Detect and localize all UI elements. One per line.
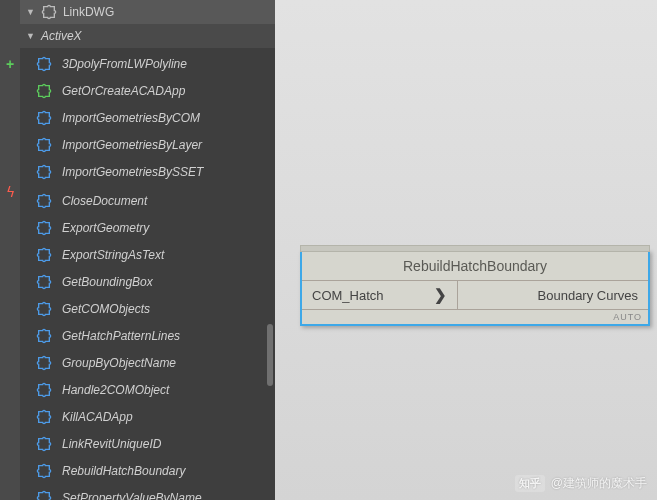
chevron-right-icon: ❯ <box>434 286 447 304</box>
puzzle-icon <box>36 83 52 99</box>
puzzle-icon <box>36 328 52 344</box>
component-item[interactable]: 3DpolyFromLWPolyline <box>20 50 275 77</box>
component-item[interactable]: ImportGeometriesByCOM <box>20 104 275 131</box>
component-label: GetBoundingBox <box>62 275 153 289</box>
puzzle-icon <box>36 409 52 425</box>
plus-icon: + <box>6 56 14 72</box>
component-label: SetPropertyValueByName <box>62 491 202 501</box>
component-sidebar: ▼ LinkDWG ▼ ActiveX 3DpolyFromLWPolyline… <box>20 0 275 500</box>
component-list-plus: 3DpolyFromLWPolylineGetOrCreateACADAppIm… <box>20 48 275 185</box>
puzzle-icon <box>36 301 52 317</box>
puzzle-icon <box>36 137 52 153</box>
input-label: COM_Hatch <box>312 288 384 303</box>
puzzle-icon <box>36 436 52 452</box>
component-item[interactable]: GetHatchPatternLines <box>20 322 275 349</box>
component-label: LinkRevitUniqueID <box>62 437 161 451</box>
sidebar-group-label: ActiveX <box>41 29 82 43</box>
chevron-down-icon: ▼ <box>26 31 35 41</box>
sidebar-group[interactable]: ▼ ActiveX <box>20 24 275 48</box>
puzzle-icon <box>36 274 52 290</box>
puzzle-icon <box>36 247 52 263</box>
sidebar-header[interactable]: ▼ LinkDWG <box>20 0 275 24</box>
gh-component-node[interactable]: RebuildHatchBoundary COM_Hatch ❯ Boundar… <box>300 250 650 326</box>
component-label: ImportGeometriesByCOM <box>62 111 200 125</box>
component-item[interactable]: RebuildHatchBoundary <box>20 457 275 484</box>
component-item[interactable]: GetCOMObjects <box>20 295 275 322</box>
component-item[interactable]: GetBoundingBox <box>20 268 275 295</box>
component-label: KillACADApp <box>62 410 133 424</box>
component-label: ImportGeometriesByLayer <box>62 138 202 152</box>
puzzle-icon <box>36 193 52 209</box>
watermark: 知乎 @建筑师的魔术手 <box>515 475 647 492</box>
puzzle-icon <box>36 110 52 126</box>
node-body: COM_Hatch ❯ Boundary Curves <box>302 281 648 309</box>
lightning-icon: ϟ <box>6 184 15 200</box>
component-item[interactable]: GroupByObjectName <box>20 349 275 376</box>
app-root: + ϟ ▼ LinkDWG ▼ ActiveX 3DpolyFromLWPoly… <box>0 0 657 500</box>
component-label: ExportStringAsText <box>62 248 164 262</box>
component-label: GetCOMObjects <box>62 302 150 316</box>
node-title: RebuildHatchBoundary <box>302 252 648 281</box>
puzzle-icon <box>36 220 52 236</box>
puzzle-icon <box>36 164 52 180</box>
component-label: GetOrCreateACADApp <box>62 84 185 98</box>
sidebar-root-label: LinkDWG <box>63 5 114 19</box>
component-item[interactable]: ExportGeometry <box>20 214 275 241</box>
puzzle-icon <box>41 4 57 20</box>
node-footer: AUTO <box>302 309 648 324</box>
category-gutter: + ϟ <box>0 0 20 500</box>
node-output-port[interactable]: Boundary Curves <box>458 281 648 309</box>
component-label: GroupByObjectName <box>62 356 176 370</box>
component-item[interactable]: ExportStringAsText <box>20 241 275 268</box>
component-item[interactable]: SetPropertyValueByName <box>20 484 275 500</box>
chevron-down-icon: ▼ <box>26 7 35 17</box>
component-label: ImportGeometriesBySSET <box>62 165 203 179</box>
puzzle-icon <box>36 56 52 72</box>
component-item[interactable]: ImportGeometriesBySSET <box>20 158 275 185</box>
component-item[interactable]: KillACADApp <box>20 403 275 430</box>
component-item[interactable]: LinkRevitUniqueID <box>20 430 275 457</box>
component-label: GetHatchPatternLines <box>62 329 180 343</box>
component-list-bolt: CloseDocumentExportGeometryExportStringA… <box>20 185 275 500</box>
puzzle-icon <box>36 463 52 479</box>
puzzle-icon <box>36 382 52 398</box>
component-item[interactable]: CloseDocument <box>20 187 275 214</box>
canvas[interactable]: RebuildHatchBoundary COM_Hatch ❯ Boundar… <box>275 0 657 500</box>
component-label: RebuildHatchBoundary <box>62 464 185 478</box>
site-logo: 知乎 <box>515 475 545 492</box>
puzzle-icon <box>36 490 52 501</box>
component-label: ExportGeometry <box>62 221 149 235</box>
output-label: Boundary Curves <box>538 288 638 303</box>
component-label: Handle2COMObject <box>62 383 169 397</box>
component-label: 3DpolyFromLWPolyline <box>62 57 187 71</box>
puzzle-icon <box>36 355 52 371</box>
watermark-handle: @建筑师的魔术手 <box>551 475 647 492</box>
node-input-port[interactable]: COM_Hatch ❯ <box>302 281 458 309</box>
component-item[interactable]: ImportGeometriesByLayer <box>20 131 275 158</box>
component-label: CloseDocument <box>62 194 147 208</box>
scrollbar[interactable] <box>267 324 273 386</box>
component-item[interactable]: Handle2COMObject <box>20 376 275 403</box>
component-item[interactable]: GetOrCreateACADApp <box>20 77 275 104</box>
